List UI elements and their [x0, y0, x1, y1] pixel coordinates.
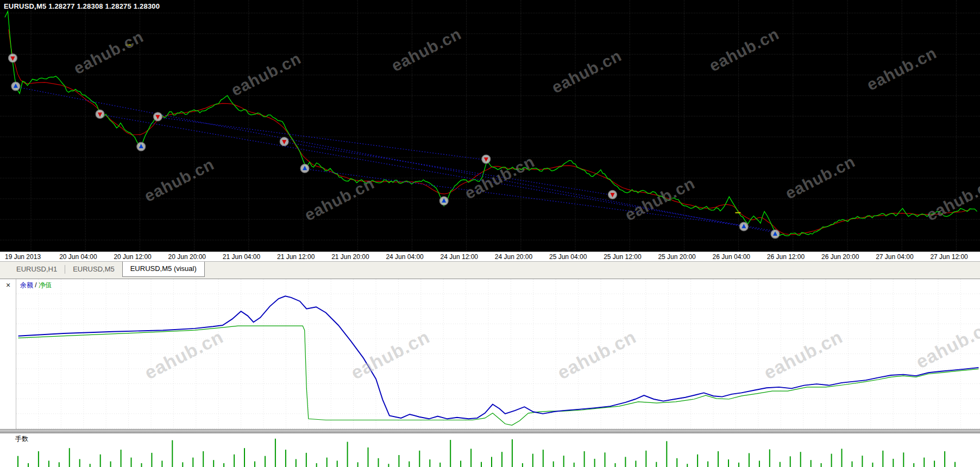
time-label: 26 Jun 20:00 [821, 253, 859, 261]
time-label: 19 Jun 2013 [5, 253, 41, 261]
tab-eurusd-m5[interactable]: EURUSD,M5 [65, 262, 122, 277]
time-label: 25 Jun 04:00 [549, 253, 587, 261]
lots-label: 手数 [15, 434, 28, 444]
time-label: 27 Jun 04:00 [876, 253, 913, 261]
time-label: 24 Jun 20:00 [495, 253, 532, 261]
time-label: 20 Jun 20:00 [168, 253, 206, 261]
time-label: 25 Jun 20:00 [658, 253, 695, 261]
balance-chart-frame[interactable]: eahub.cneahub.cneahub.cneahub.cneahub.cn… [16, 279, 980, 429]
balance-panel: × eahub.cneahub.cneahub.cneahub.cneahub.… [0, 279, 980, 429]
time-label: 21 Jun 20:00 [331, 253, 369, 261]
time-axis: 19 Jun 201320 Jun 04:0020 Jun 12:0020 Ju… [0, 251, 980, 262]
time-label: 24 Jun 04:00 [386, 253, 423, 261]
time-label: 26 Jun 12:00 [767, 253, 805, 261]
legend-separator: / [33, 281, 39, 289]
time-label: 21 Jun 04:00 [223, 253, 260, 261]
chart-symbol-ohlc: EURUSD,M5 1.28277 1.28308 1.28275 1.2830… [4, 2, 160, 10]
balance-legend: 余额 / 净值 [20, 281, 52, 290]
time-label: 26 Jun 04:00 [713, 253, 750, 261]
time-label: 24 Jun 12:00 [441, 253, 478, 261]
close-button[interactable]: × [4, 281, 12, 290]
chart-tab-bar: EURUSD,H1EURUSD,M5EURUSD,M5 (visual) [0, 261, 980, 279]
lots-panel[interactable]: 手数 [0, 433, 980, 467]
time-label: 20 Jun 04:00 [59, 253, 97, 261]
price-plot[interactable] [0, 0, 980, 251]
price-chart[interactable]: eahub.cneahub.cneahub.cneahub.cneahub.cn… [0, 0, 980, 251]
balance-plot[interactable] [16, 279, 980, 430]
legend-balance-label: 余额 [20, 281, 33, 289]
time-label: 25 Jun 12:00 [604, 253, 641, 261]
time-label: 20 Jun 12:00 [114, 253, 151, 261]
panel-splitter[interactable] [0, 429, 980, 433]
tab-eurusd-m5-visual[interactable]: EURUSD,M5 (visual) [122, 262, 205, 277]
legend-equity-label: 净值 [39, 281, 52, 289]
lots-plot[interactable] [0, 433, 980, 467]
time-label: 21 Jun 12:00 [277, 253, 315, 261]
mt4-strategy-tester-window: eahub.cneahub.cneahub.cneahub.cneahub.cn… [0, 0, 980, 467]
tab-eurusd-h1[interactable]: EURUSD,H1 [9, 262, 65, 277]
time-label: 27 Jun 12:00 [930, 253, 968, 261]
